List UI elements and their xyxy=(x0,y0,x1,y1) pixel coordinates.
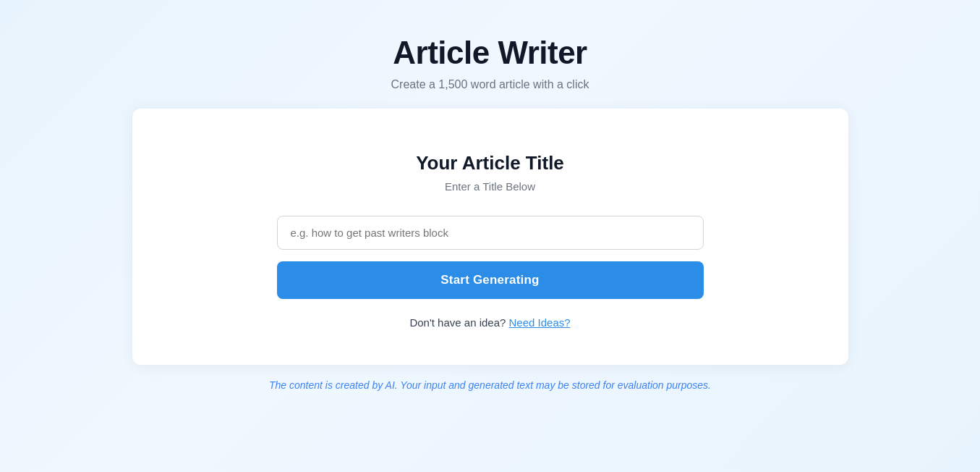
card-title: Your Article Title xyxy=(416,152,564,174)
idea-prompt-text: Don't have an idea? xyxy=(409,316,506,329)
page-title: Article Writer xyxy=(391,35,589,71)
page-header: Article Writer Create a 1,500 word artic… xyxy=(391,0,589,91)
article-title-input[interactable] xyxy=(277,216,704,250)
generate-button[interactable]: Start Generating xyxy=(277,261,704,299)
idea-prompt: Don't have an idea? Need Ideas? xyxy=(409,316,570,329)
need-ideas-link[interactable]: Need Ideas? xyxy=(509,316,571,329)
card-subtitle: Enter a Title Below xyxy=(445,180,535,193)
main-card: Your Article Title Enter a Title Below S… xyxy=(132,109,848,365)
footer-notice: The content is created by AI. Your input… xyxy=(269,379,711,391)
page-subtitle: Create a 1,500 word article with a click xyxy=(391,78,589,91)
